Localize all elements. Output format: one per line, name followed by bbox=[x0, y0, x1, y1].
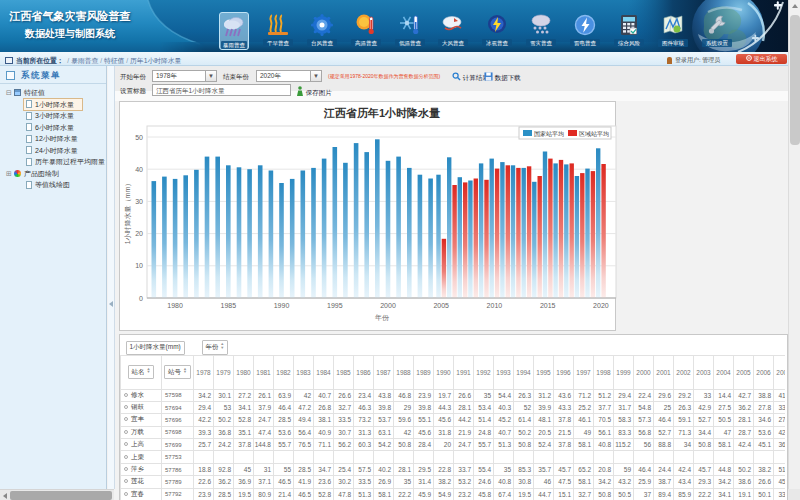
svg-text:50: 50 bbox=[135, 134, 143, 141]
svg-text:10: 10 bbox=[135, 262, 143, 269]
svg-text:1995: 1995 bbox=[327, 302, 343, 309]
svg-text:20: 20 bbox=[135, 230, 143, 237]
svg-text:区域站平均: 区域站平均 bbox=[579, 130, 609, 138]
svg-text:1小时降水量（mm）: 1小时降水量（mm） bbox=[124, 180, 132, 245]
svg-text:2010: 2010 bbox=[487, 302, 503, 309]
svg-text:2015: 2015 bbox=[540, 302, 556, 309]
svg-text:30: 30 bbox=[135, 198, 143, 205]
svg-text:1980: 1980 bbox=[167, 302, 183, 309]
svg-text:2000: 2000 bbox=[380, 302, 396, 309]
svg-text:江西省历年1小时降水量: 江西省历年1小时降水量 bbox=[323, 107, 440, 119]
svg-text:年份: 年份 bbox=[375, 314, 390, 322]
svg-text:国家站平均: 国家站平均 bbox=[534, 130, 564, 138]
svg-text:0: 0 bbox=[139, 295, 143, 302]
svg-text:1985: 1985 bbox=[221, 302, 237, 309]
svg-text:1990: 1990 bbox=[274, 302, 290, 309]
svg-text:40: 40 bbox=[135, 166, 143, 173]
svg-text:2020: 2020 bbox=[593, 302, 609, 309]
svg-text:2005: 2005 bbox=[433, 302, 449, 309]
